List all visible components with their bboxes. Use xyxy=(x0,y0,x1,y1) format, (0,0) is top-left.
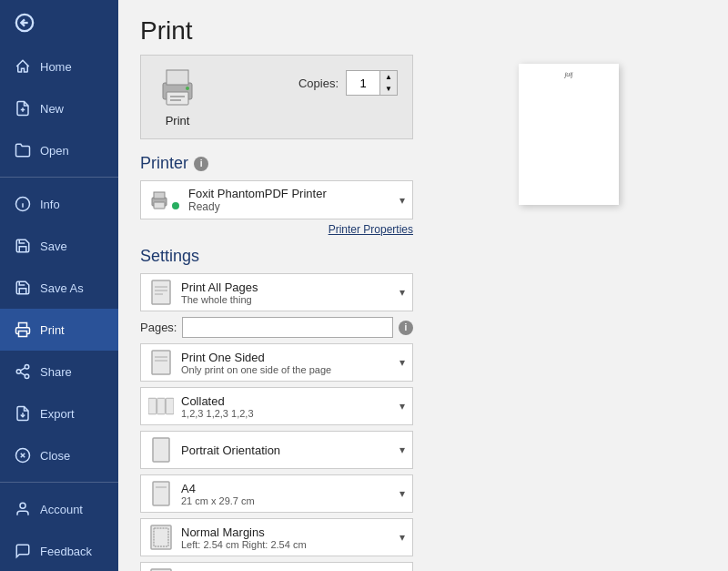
printer-info-icon[interactable]: i xyxy=(194,157,208,171)
pages-input-row: Pages: i xyxy=(140,317,413,338)
sidebar-item-feedback[interactable]: Feedback xyxy=(0,530,118,571)
close-nav-icon xyxy=(15,447,31,464)
dropdown-pages-per-sheet[interactable]: 1 Page Per Sheet ▾ 1 Page Per Sheet xyxy=(140,562,413,571)
print-panel: Print Copies: ▲ ▼ Printer i xyxy=(140,55,413,571)
sidebar-item-print[interactable]: Print xyxy=(0,309,118,351)
svg-point-8 xyxy=(25,365,29,370)
pages-info-icon[interactable]: i xyxy=(399,321,413,335)
svg-rect-21 xyxy=(170,96,185,97)
sidebar-item-share-label: Share xyxy=(40,365,72,379)
sidebar-item-close[interactable]: Close xyxy=(0,434,118,476)
svg-point-23 xyxy=(186,87,189,90)
pages-input[interactable] xyxy=(182,317,393,338)
feedback-icon xyxy=(15,543,31,559)
sidebar-item-save[interactable]: Save xyxy=(0,225,118,267)
new-doc-icon xyxy=(15,100,31,117)
sidebar-item-feedback-label: Feedback xyxy=(40,545,92,558)
sidebar: Home New Open Info xyxy=(0,0,118,571)
svg-rect-22 xyxy=(170,99,181,101)
sidebar-item-new-label: New xyxy=(40,102,64,116)
export-icon xyxy=(15,405,31,422)
page-title: Print xyxy=(140,16,706,46)
preview-text: juij xyxy=(565,71,573,77)
sidebar-item-home-label: Home xyxy=(40,60,72,74)
dropdown-orientation[interactable]: Portrait Orientation ▾ Portrait Orientat… xyxy=(140,431,413,469)
pages-label: Pages: xyxy=(140,321,177,334)
svg-rect-19 xyxy=(167,70,188,85)
svg-point-10 xyxy=(25,374,29,379)
preview-paper: juij xyxy=(519,64,619,205)
svg-rect-7 xyxy=(19,331,27,337)
copies-label: Copies: xyxy=(298,76,339,90)
printer-properties-link[interactable]: Printer Properties xyxy=(140,223,413,236)
svg-rect-20 xyxy=(167,92,188,105)
print-label: Print xyxy=(166,114,190,127)
copies-down-button[interactable]: ▼ xyxy=(380,83,397,95)
sidebar-item-print-label: Print xyxy=(40,323,65,337)
sidebar-item-save-as[interactable]: Save As xyxy=(0,267,118,309)
sidebar-item-save-as-label: Save As xyxy=(40,281,84,295)
dropdown-paper-size[interactable]: A4 21 cm x 29.7 cm ▾ A4 xyxy=(140,474,413,513)
dropdown-duplex[interactable]: Print One Sided Only print on one side o… xyxy=(140,343,413,382)
save-as-icon xyxy=(15,280,31,296)
dropdown-print-pages[interactable]: Print All Pages The whole thing ▾ Print … xyxy=(140,273,413,311)
settings-dropdowns: Print All Pages The whole thing ▾ Print … xyxy=(140,273,413,571)
svg-line-12 xyxy=(20,368,25,371)
sidebar-divider-1 xyxy=(0,177,118,178)
printer-selector[interactable]: Foxit PhantomPDF Printer Ready ▾ Foxit P… xyxy=(140,180,413,219)
preview-pane: juij xyxy=(431,55,706,571)
sidebar-item-export[interactable]: Export xyxy=(0,393,118,434)
svg-point-17 xyxy=(20,503,25,508)
copies-row: Copies: ▲ ▼ xyxy=(298,70,398,96)
sidebar-item-account[interactable]: Account xyxy=(0,488,118,530)
save-icon xyxy=(15,238,31,254)
sidebar-item-info[interactable]: Info xyxy=(0,183,118,225)
print-button[interactable]: Print xyxy=(156,66,199,127)
share-icon xyxy=(15,363,31,380)
copies-input[interactable] xyxy=(347,71,379,95)
dropdown-margins[interactable]: Normal Margins Left: 2.54 cm Right: 2.54… xyxy=(140,518,413,556)
main-content: Print Print Copies: xyxy=(118,0,728,571)
print-big-icon xyxy=(156,66,199,110)
printer-section-heading: Printer i xyxy=(140,154,413,173)
settings-section-heading: Settings xyxy=(140,247,413,266)
sidebar-item-new[interactable]: New xyxy=(0,87,118,129)
main-body: Print Copies: ▲ ▼ Printer i xyxy=(118,55,728,571)
account-icon xyxy=(15,501,31,517)
sidebar-item-open-label: Open xyxy=(40,144,69,158)
dropdown-collate[interactable]: Collated 1,2,3 1,2,3 1,2,3 ▾ Collated xyxy=(140,387,413,425)
sidebar-item-share[interactable]: Share xyxy=(0,351,118,393)
copies-spinner: ▲ ▼ xyxy=(379,71,397,95)
sidebar-bottom: Account Feedback xyxy=(0,476,118,571)
svg-point-9 xyxy=(16,370,21,374)
info-nav-icon xyxy=(15,196,31,212)
sidebar-item-info-label: Info xyxy=(40,198,60,211)
sidebar-item-export-label: Export xyxy=(40,407,75,421)
back-button[interactable] xyxy=(0,0,118,46)
copies-up-button[interactable]: ▲ xyxy=(380,71,397,83)
sidebar-nav: Home New Open Info xyxy=(0,46,118,476)
copies-input-wrap: ▲ ▼ xyxy=(346,70,398,96)
sidebar-item-save-label: Save xyxy=(40,240,67,253)
sidebar-item-home[interactable]: Home xyxy=(0,46,118,87)
sidebar-item-close-label: Close xyxy=(40,449,70,463)
print-nav-icon xyxy=(15,321,31,338)
main-header: Print xyxy=(118,0,728,55)
svg-line-11 xyxy=(20,372,25,375)
sidebar-divider-2 xyxy=(0,482,118,483)
home-icon xyxy=(15,58,31,75)
open-icon xyxy=(15,142,31,158)
sidebar-item-open[interactable]: Open xyxy=(0,129,118,171)
print-button-area: Print Copies: ▲ ▼ xyxy=(140,55,413,139)
sidebar-item-account-label: Account xyxy=(40,503,83,516)
